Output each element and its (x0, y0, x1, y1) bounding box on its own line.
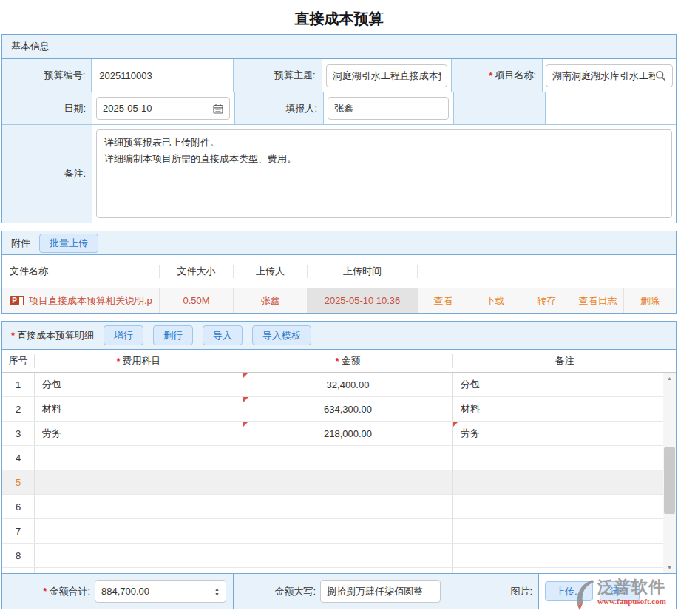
scroll-up-arrow[interactable]: ▲ (663, 373, 676, 384)
budget-no-label: 预算编号: (2, 59, 92, 92)
required-asterisk: * (11, 324, 15, 348)
remark-cell[interactable] (453, 446, 676, 470)
subject-input[interactable]: 洞庭湖引水工程直接成本预算 (326, 64, 447, 87)
total-amount-input[interactable]: 884,700.00 ▲ ▼ (95, 580, 226, 603)
spinner-down-icon[interactable]: ▼ (214, 592, 220, 597)
subject-cell[interactable]: 劳务 (35, 422, 243, 445)
image-buttons-cell: 上传... 清空 (539, 574, 676, 609)
subject-cell[interactable]: 分包 (35, 373, 243, 396)
attachments-panel: 附件 批量上传 文件名称 文件大小 上传人 上传时间 P 项目直接成本预算相关说… (1, 231, 677, 314)
amount-cell[interactable]: 218,000.00 (243, 422, 453, 445)
remark-cell[interactable] (453, 470, 676, 494)
detail-table-header: 序号 *费用科目 *金额 备注 (2, 350, 676, 373)
attachment-file-name[interactable]: 项目直接成本预算相关说明.p (29, 294, 152, 308)
subject-cell[interactable] (35, 470, 243, 494)
attachments-section-title: 附件 (11, 231, 30, 255)
row-seq: 1 (2, 373, 35, 396)
col-upload-time: 上传时间 (308, 265, 418, 278)
remark-cell[interactable]: 分包 (453, 373, 676, 396)
add-row-button[interactable]: 增行 (104, 325, 143, 345)
download-link[interactable]: 下载 (486, 294, 505, 308)
detail-panel: * 直接成本预算明细 增行 删行 导入 导入模板 序号 *费用科目 *金额 备注… (1, 321, 677, 609)
filler-label: 填报人: (235, 92, 324, 124)
view-link[interactable]: 查看 (434, 294, 453, 308)
col-remark: 备注 (453, 354, 676, 368)
import-template-button[interactable]: 导入模板 (252, 325, 311, 345)
col-uploader: 上传人 (234, 265, 308, 278)
import-button[interactable]: 导入 (203, 325, 243, 345)
amount-spinner[interactable]: ▲ ▼ (214, 586, 220, 597)
subject-cell[interactable] (35, 519, 243, 543)
detail-section-header: * 直接成本预算明细 增行 删行 导入 导入模板 (2, 322, 676, 350)
view-log-link[interactable]: 查看日志 (579, 294, 617, 308)
detail-row-7: 7 (2, 519, 676, 544)
scrollbar-track[interactable] (663, 384, 676, 562)
attachment-upload-time: 2025-05-10 10:36 (308, 288, 418, 313)
amount-cell[interactable]: 32,400.00 (243, 373, 453, 396)
filler-input[interactable]: 张鑫 (328, 97, 449, 120)
delete-row-button[interactable]: 删行 (153, 325, 193, 345)
subject-cell[interactable]: 材料 (35, 397, 243, 421)
subject-label: 预算主题: (234, 59, 322, 92)
search-icon[interactable] (655, 70, 666, 81)
delete-link[interactable]: 删除 (640, 294, 660, 308)
remark-textarea[interactable]: 详细预算报表已上传附件。 详细编制本项目所需的直接成本类型、费用。 (96, 129, 672, 218)
attachment-file-size: 0.50M (160, 288, 234, 313)
total-cell: *金额合计: 884,700.00 ▲ ▼ (2, 574, 234, 609)
subject-cell[interactable] (35, 544, 243, 567)
remark-cell[interactable] (453, 495, 676, 518)
row-seq: 3 (2, 422, 35, 445)
row-seq: 7 (2, 519, 35, 543)
amount-cell[interactable]: 634,300.00 (243, 397, 453, 421)
date-label: 日期: (2, 92, 92, 124)
calendar-icon[interactable] (213, 104, 223, 114)
empty-value-cell (546, 92, 676, 124)
col-subject: *费用科目 (35, 354, 243, 368)
project-name-input[interactable]: 湖南洞庭湖水库引水工程施工 (546, 64, 673, 87)
subject-cell[interactable] (35, 495, 243, 518)
page-title: 直接成本预算 (0, 0, 678, 34)
remark-label: 备注: (2, 125, 92, 223)
remark-cell[interactable]: 劳务 (453, 422, 676, 445)
basic-info-row-2: 日期: 2025-05-10 填报人: 张鑫 (2, 92, 676, 125)
scrollbar-thumb[interactable] (664, 447, 675, 514)
amount-cell[interactable] (243, 470, 453, 494)
row-seq: 6 (2, 495, 35, 518)
basic-info-row-3: 备注: 详细预算报表已上传附件。 详细编制本项目所需的直接成本类型、费用。 (2, 125, 676, 223)
col-file-name: 文件名称 (2, 265, 160, 278)
clear-image-button[interactable]: 清空 (600, 581, 640, 601)
empty-label-cell (454, 92, 546, 124)
date-input[interactable]: 2025-05-10 (96, 97, 230, 120)
vertical-scrollbar[interactable]: ▲ ▼ (663, 373, 676, 573)
amount-cell[interactable] (243, 544, 453, 567)
basic-info-section-header: 基本信息 (2, 35, 676, 59)
scroll-down-arrow[interactable]: ▼ (663, 562, 676, 573)
col-amount: *金额 (243, 354, 453, 368)
amount-cell[interactable] (243, 519, 453, 543)
amount-words-label: 金额大写: (234, 585, 320, 598)
remark-cell[interactable] (453, 519, 676, 543)
amount-words-input[interactable]: 捌拾捌万肆仟柒佰圆整 (320, 580, 441, 603)
detail-row-partial (2, 568, 676, 573)
transfer-link[interactable]: 转存 (537, 294, 556, 308)
detail-table-body: 1 分包 32,400.00 分包 2 材料 634,300.00 材料 3 劳… (2, 373, 676, 573)
amount-cell[interactable] (243, 495, 453, 518)
amount-cell[interactable] (243, 446, 453, 470)
remark-cell: 详细预算报表已上传附件。 详细编制本项目所需的直接成本类型、费用。 (92, 125, 676, 223)
remark-cell[interactable]: 材料 (453, 397, 676, 421)
detail-row-8: 8 (2, 544, 676, 568)
batch-upload-button[interactable]: 批量上传 (39, 234, 98, 253)
attachments-table-header: 文件名称 文件大小 上传人 上传时间 (2, 255, 676, 288)
row-seq: 4 (2, 446, 35, 470)
col-file-size: 文件大小 (160, 265, 234, 278)
ppt-file-icon: P (10, 295, 24, 307)
basic-info-section-title: 基本信息 (11, 35, 50, 58)
spinner-up-icon[interactable]: ▲ (214, 586, 220, 592)
attachment-file-cell[interactable]: P 项目直接成本预算相关说明.p (2, 288, 160, 313)
detail-section-title: 直接成本预算明细 (17, 324, 94, 348)
remark-cell[interactable] (453, 544, 676, 567)
budget-no-value: 2025110003 (92, 59, 234, 92)
detail-row-2: 2 材料 634,300.00 材料 (2, 397, 676, 422)
subject-cell[interactable] (35, 446, 243, 470)
upload-image-button[interactable]: 上传... (545, 581, 593, 601)
